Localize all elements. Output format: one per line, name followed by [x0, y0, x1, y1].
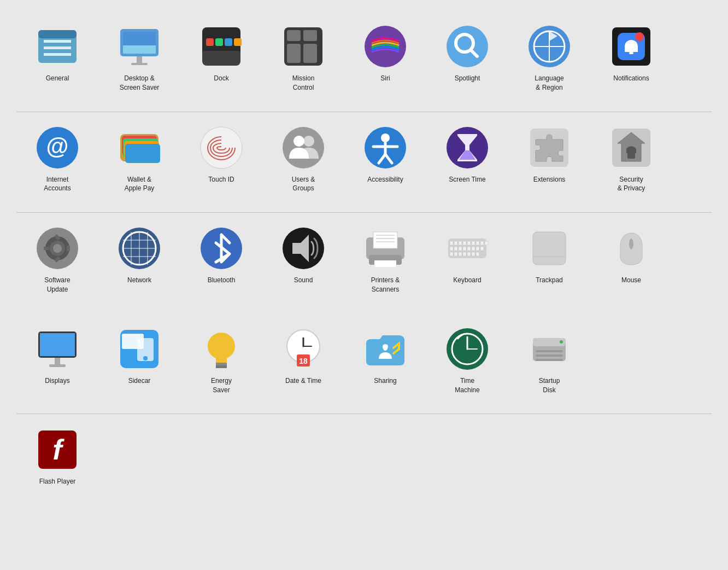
svg-rect-97: [467, 247, 471, 251]
svg-rect-95: [459, 247, 462, 251]
svg-point-43: [303, 136, 314, 147]
pref-item-accessibility[interactable]: Accessibility: [344, 118, 426, 202]
pref-item-security-privacy[interactable]: Security & Privacy: [590, 118, 672, 202]
svg-rect-114: [49, 364, 66, 367]
mouse-icon: [609, 226, 653, 270]
pref-item-network[interactable]: Network: [98, 218, 180, 303]
svg-rect-107: [476, 252, 479, 256]
svg-rect-64: [44, 247, 49, 250]
svg-rect-19: [287, 44, 301, 63]
svg-rect-100: [480, 247, 484, 251]
bluetooth-icon: [199, 226, 243, 270]
pref-item-trackpad[interactable]: Trackpad: [508, 218, 590, 303]
svg-rect-8: [137, 56, 142, 63]
screen-time-icon: [445, 126, 489, 170]
spotlight-icon: [445, 25, 489, 68]
svg-rect-2: [44, 46, 71, 49]
svg-rect-106: [472, 252, 475, 256]
pref-item-time-machine[interactable]: Time Machine: [426, 319, 508, 403]
svg-rect-134: [536, 359, 563, 361]
mouse-label: Mouse: [621, 276, 641, 285]
pref-item-date-time[interactable]: 18Date & Time: [262, 319, 344, 403]
svg-text:@: @: [46, 133, 69, 159]
sharing-icon: [363, 327, 407, 371]
pref-item-siri[interactable]: Siri: [344, 16, 426, 101]
energy-saver-icon: [199, 327, 243, 371]
svg-rect-113: [55, 358, 60, 364]
keyboard-icon: [445, 226, 489, 270]
pref-item-displays[interactable]: Displays: [16, 319, 98, 403]
pref-item-sharing[interactable]: Sharing: [344, 319, 426, 403]
siri-label: Siri: [380, 74, 390, 83]
svg-rect-4: [38, 30, 77, 38]
pref-item-screen-time[interactable]: Screen Time: [426, 118, 508, 202]
pref-item-dock[interactable]: Dock: [180, 16, 262, 101]
pref-item-touch-id[interactable]: Touch ID: [180, 118, 262, 202]
svg-rect-93: [450, 247, 453, 251]
svg-rect-18: [303, 30, 317, 41]
svg-rect-13: [225, 38, 232, 46]
accessibility-icon: [363, 126, 407, 170]
wallet-apple-pay-icon: [118, 126, 161, 170]
svg-rect-9: [131, 63, 148, 65]
svg-rect-1: [44, 40, 71, 43]
pref-item-startup-disk[interactable]: Startup Disk: [508, 319, 590, 403]
svg-rect-88: [467, 241, 471, 245]
section-hardware2: DisplaysSidecarEnergy Saver18Date & Time…: [5, 313, 723, 414]
startup-disk-label: Startup Disk: [539, 376, 560, 395]
notifications-label: Notifications: [613, 74, 649, 83]
pref-item-internet-accounts[interactable]: @Internet Accounts: [16, 118, 98, 202]
displays-icon: [36, 327, 79, 371]
pref-item-wallet-apple-pay[interactable]: Wallet & Apple Pay: [98, 118, 180, 202]
svg-rect-105: [467, 252, 471, 256]
internet-accounts-icon: @: [36, 126, 79, 170]
pref-item-general[interactable]: General: [16, 16, 98, 101]
software-update-icon: [36, 226, 79, 270]
pref-item-mouse[interactable]: Mouse: [590, 218, 672, 303]
svg-point-22: [447, 26, 488, 67]
dock-label: Dock: [214, 74, 228, 83]
svg-point-57: [53, 244, 62, 253]
touch-id-icon: [199, 126, 243, 170]
sharing-label: Sharing: [374, 376, 396, 386]
sidecar-label: Sidecar: [128, 376, 151, 386]
pref-item-bluetooth[interactable]: Bluetooth: [180, 218, 262, 303]
pref-item-desktop-screen-saver[interactable]: Desktop & Screen Saver: [98, 16, 180, 101]
pref-item-sidecar[interactable]: Sidecar: [98, 319, 180, 403]
svg-rect-103: [459, 252, 462, 256]
pref-item-notifications[interactable]: Notifications: [590, 16, 672, 101]
svg-rect-12: [215, 38, 223, 46]
time-machine-label: Time Machine: [455, 376, 479, 395]
pref-item-spotlight[interactable]: Spotlight: [426, 16, 508, 101]
svg-point-40: [201, 127, 242, 168]
section-other: fFlash Player: [5, 414, 723, 505]
pref-item-extensions[interactable]: Extensions: [508, 118, 590, 202]
svg-rect-96: [463, 247, 466, 251]
network-icon: [118, 226, 161, 270]
svg-point-45: [381, 133, 390, 142]
pref-item-energy-saver[interactable]: Energy Saver: [180, 319, 262, 403]
svg-rect-87: [463, 241, 466, 245]
pref-item-flash-player[interactable]: fFlash Player: [16, 420, 98, 495]
wallet-apple-pay-label: Wallet & Apple Pay: [125, 175, 155, 194]
pref-item-software-update[interactable]: Software Update: [16, 218, 98, 303]
pref-item-sound[interactable]: Sound: [262, 218, 344, 303]
svg-rect-94: [454, 247, 457, 251]
pref-item-language-region[interactable]: Language & Region: [508, 16, 590, 101]
security-privacy-label: Security & Privacy: [618, 175, 645, 194]
printers-scanners-icon: [363, 226, 407, 270]
svg-rect-99: [476, 247, 479, 251]
dock-icon: [199, 25, 243, 68]
mission-control-label: Mission Control: [292, 74, 315, 92]
pref-item-printers-scanners[interactable]: Printers & Scanners: [344, 218, 426, 303]
pref-item-mission-control[interactable]: Mission Control: [262, 16, 344, 101]
date-time-icon: 18: [281, 327, 325, 371]
svg-rect-77: [373, 232, 397, 248]
svg-rect-101: [450, 252, 453, 256]
pref-item-keyboard[interactable]: Keyboard: [426, 218, 508, 303]
svg-rect-14: [234, 38, 242, 46]
svg-point-135: [560, 340, 563, 344]
extensions-label: Extensions: [533, 175, 566, 184]
pref-item-users-groups[interactable]: Users & Groups: [262, 118, 344, 202]
svg-rect-3: [44, 53, 71, 56]
